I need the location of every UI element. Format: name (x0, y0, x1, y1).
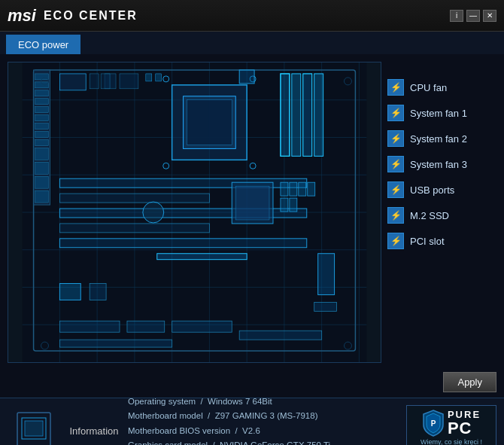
svg-rect-66 (146, 74, 152, 81)
power-item-usb-ports[interactable]: ⚡USB ports (387, 179, 496, 200)
svg-rect-56 (157, 254, 247, 260)
info-button[interactable]: i (450, 10, 463, 22)
svg-rect-51 (290, 182, 297, 196)
purepc-tagline: Wiemy, co się kręci ! (421, 438, 482, 445)
power-item-cpu-fan[interactable]: ⚡CPU fan (387, 77, 496, 98)
info-row-gpu: Graphics card model / NVIDIA GeForce GTX… (128, 438, 399, 445)
svg-rect-58 (239, 70, 254, 84)
svg-rect-57 (318, 254, 335, 295)
svg-rect-44 (59, 194, 209, 203)
svg-rect-73 (281, 74, 290, 156)
right-panel: ⚡CPU fan⚡System fan 1⚡System fan 2⚡Syste… (387, 62, 496, 363)
svg-rect-24 (35, 115, 49, 121)
info-circuit-icon (11, 409, 56, 446)
svg-rect-61 (127, 321, 165, 332)
power-item-pci-slot[interactable]: ⚡PCI slot (387, 230, 496, 251)
title-bar: msi ECO CENTER i — ✕ (0, 0, 504, 32)
svg-rect-50 (281, 182, 288, 196)
motherboard-area (8, 62, 381, 363)
main-content: ⚡CPU fan⚡System fan 1⚡System fan 2⚡Syste… (0, 54, 504, 370)
info-row-bios: Motherboard BIOS version / V2.6 (128, 424, 399, 439)
purepc-logo-top: P PURE PC (422, 409, 481, 437)
power-label-cpu-fan: CPU fan (410, 82, 447, 93)
title-logo: msi ECO CENTER (8, 6, 138, 26)
info-icon-area (8, 405, 60, 446)
svg-rect-46 (59, 224, 209, 233)
svg-rect-55 (290, 198, 297, 212)
power-icon-cpu-fan: ⚡ (387, 79, 404, 96)
svg-rect-34 (187, 100, 232, 145)
apply-button[interactable]: Apply (443, 372, 496, 392)
svg-rect-29 (35, 162, 49, 174)
motherboard-diagram (8, 62, 381, 362)
svg-rect-27 (35, 139, 49, 145)
apply-area: Apply (0, 370, 504, 398)
power-item-system-fan-1[interactable]: ⚡System fan 1 (387, 102, 496, 123)
app-title: ECO CENTER (44, 9, 138, 23)
purepc-logo: P PURE PC Wiemy, co się kręci ! www.pure… (406, 405, 496, 446)
svg-text:P: P (431, 419, 436, 428)
power-icon-system-fan-3: ⚡ (387, 156, 404, 172)
power-icon-m2-ssd: ⚡ (387, 207, 404, 224)
power-label-pci-slot: PCI slot (410, 236, 445, 247)
svg-rect-30 (35, 176, 49, 188)
svg-rect-62 (172, 321, 232, 332)
svg-rect-70 (59, 74, 86, 90)
svg-rect-72 (101, 74, 110, 89)
svg-rect-63 (59, 284, 80, 300)
svg-rect-68 (120, 74, 138, 89)
power-icon-system-fan-2: ⚡ (387, 130, 404, 147)
power-label-system-fan-2: System fan 2 (410, 133, 467, 145)
power-label-usb-ports: USB ports (410, 184, 454, 196)
svg-rect-42 (314, 74, 323, 156)
svg-rect-21 (35, 90, 49, 96)
svg-rect-47 (59, 239, 306, 248)
power-label-m2-ssd: M.2 SSD (410, 210, 449, 221)
svg-point-59 (143, 202, 164, 223)
power-item-m2-ssd[interactable]: ⚡M.2 SSD (387, 205, 496, 226)
svg-rect-54 (281, 198, 288, 212)
power-icon-pci-slot: ⚡ (387, 233, 404, 249)
svg-rect-76 (59, 340, 172, 347)
purepc-shield-icon: P (422, 410, 445, 437)
svg-rect-25 (35, 123, 49, 130)
msi-logo: msi (8, 6, 36, 26)
tab-eco-power[interactable]: ECO power (6, 35, 80, 54)
svg-rect-71 (90, 74, 99, 89)
svg-rect-74 (303, 74, 312, 156)
power-label-system-fan-1: System fan 1 (410, 108, 467, 119)
svg-rect-67 (156, 74, 162, 81)
window-controls: i — ✕ (450, 10, 496, 22)
close-button[interactable]: ✕ (483, 10, 496, 22)
power-icon-usb-ports: ⚡ (387, 181, 404, 198)
svg-rect-23 (35, 107, 49, 113)
svg-rect-60 (59, 321, 120, 332)
svg-rect-22 (35, 99, 49, 105)
svg-rect-64 (90, 284, 106, 300)
info-bar: Information Operating system / Windows 7… (0, 398, 504, 445)
info-row-os: Operating system / Windows 7 64Bit (128, 395, 399, 410)
svg-rect-40 (292, 74, 301, 156)
purepc-pc-text: PC (448, 420, 481, 437)
svg-rect-53 (308, 182, 315, 196)
svg-rect-49 (235, 186, 269, 220)
power-icon-system-fan-1: ⚡ (387, 105, 404, 121)
svg-rect-28 (35, 148, 49, 160)
info-details: Operating system / Windows 7 64Bit Mothe… (128, 395, 399, 445)
svg-rect-31 (35, 190, 49, 203)
power-item-system-fan-3[interactable]: ⚡System fan 3 (387, 154, 496, 175)
svg-rect-84 (25, 421, 43, 436)
power-label-system-fan-3: System fan 3 (410, 159, 467, 170)
svg-rect-26 (35, 132, 49, 138)
minimize-button[interactable]: — (466, 10, 480, 22)
svg-rect-52 (299, 182, 306, 196)
info-row-mb-model: Motherboard model / Z97 GAMING 3 (MS-791… (128, 409, 399, 424)
info-label: Information (68, 425, 120, 437)
power-item-system-fan-2[interactable]: ⚡System fan 2 (387, 128, 496, 149)
svg-rect-75 (239, 331, 321, 340)
svg-rect-65 (314, 302, 337, 311)
tab-bar: ECO power (0, 32, 504, 54)
